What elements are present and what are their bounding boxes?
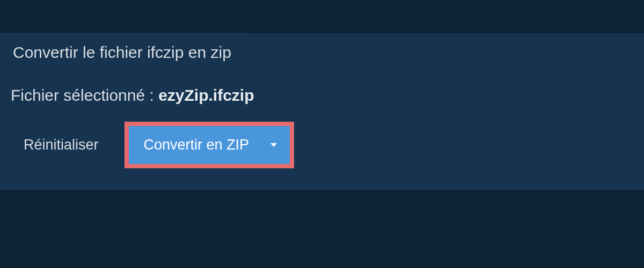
converter-panel: Convertir le fichier ifczip en zip Fichi…	[0, 33, 644, 190]
tab-title: Convertir le fichier ifczip en zip	[13, 43, 231, 61]
selected-file-name: ezyZip.ifczip	[158, 86, 254, 104]
convert-button-label: Convertir en ZIP	[144, 137, 250, 153]
selected-file-row: Fichier sélectionné : ezyZip.ifczip	[0, 71, 644, 122]
tab-convert-ifczip-to-zip[interactable]: Convertir le fichier ifczip en zip	[0, 33, 247, 71]
reset-button[interactable]: Réinitialiser	[24, 126, 114, 164]
convert-to-zip-button[interactable]: Convertir en ZIP	[129, 126, 290, 164]
action-button-row: Réinitialiser Convertir en ZIP	[0, 122, 644, 168]
reset-button-label: Réinitialiser	[24, 137, 99, 153]
caret-down-icon	[270, 143, 277, 147]
convert-button-highlight: Convertir en ZIP	[125, 122, 295, 168]
selected-file-label: Fichier sélectionné :	[11, 86, 158, 104]
